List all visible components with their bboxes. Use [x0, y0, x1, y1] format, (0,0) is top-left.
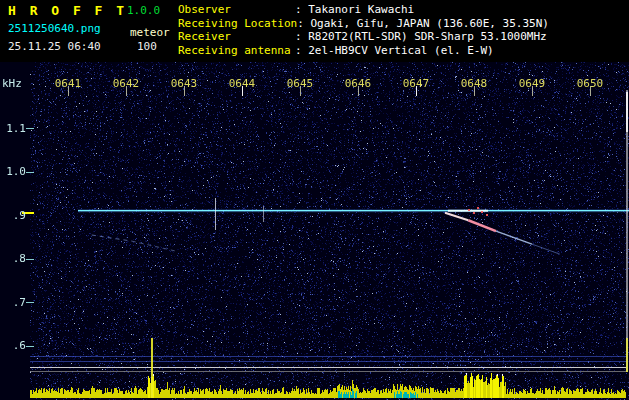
time-label-0650: 0650 [574, 77, 606, 90]
station-value: : 2el-HB9CV Vertical (el. E-W) [295, 44, 494, 58]
station-row-location: Receiving Location : Ogaki, Gifu, JAPAN … [178, 17, 549, 31]
freq-label-0-7: .7 [0, 296, 26, 309]
freq-label-0-9: .9 [0, 209, 26, 222]
station-info: Observer : Takanori Kawachi Receiving Lo… [178, 3, 549, 57]
output-filename: 2511250640.png [8, 22, 101, 35]
spectrogram-canvas [0, 62, 629, 400]
station-label: Receiving Location [178, 17, 297, 31]
station-value: : Ogaki, Gifu, JAPAN (136.60E, 35.35N) [297, 17, 549, 31]
station-label: Receiver [178, 30, 295, 44]
hrofft-window: H R O F F T 1.0.0 2511250640.png meteor … [0, 0, 629, 400]
time-label-0641: 0641 [52, 77, 84, 90]
time-label-0643: 0643 [168, 77, 200, 90]
time-label-0642: 0642 [110, 77, 142, 90]
time-label-0644: 0644 [226, 77, 258, 90]
freq-label-1-1: 1.1 [0, 122, 26, 135]
freq-label-0-6: .6 [0, 339, 26, 352]
station-row-observer: Observer : Takanori Kawachi [178, 3, 549, 17]
freq-axis-unit: kHz [2, 77, 22, 90]
time-label-0646: 0646 [342, 77, 374, 90]
station-label: Observer [178, 3, 295, 17]
app-title: H R O F F T [8, 3, 127, 18]
freq-label-0-8: .8 [0, 252, 26, 265]
time-label-0647: 0647 [400, 77, 432, 90]
station-value: : R820T2(RTL-SDR) SDR-Sharp 53.1000MHz [295, 30, 547, 44]
station-label: Receiving antenna [178, 44, 295, 58]
level-value: 100 [137, 40, 157, 53]
time-label-0648: 0648 [458, 77, 490, 90]
app-version: 1.0.0 [127, 4, 160, 17]
freq-label-1-0: 1.0 [0, 165, 26, 178]
mode-label: meteor [130, 26, 170, 39]
station-value: : Takanori Kawachi [295, 3, 414, 17]
time-label-0649: 0649 [516, 77, 548, 90]
station-row-receiver: Receiver : R820T2(RTL-SDR) SDR-Sharp 53.… [178, 30, 549, 44]
datetime-label: 25.11.25 06:40 [8, 40, 101, 53]
time-label-0645: 0645 [284, 77, 316, 90]
station-row-antenna: Receiving antenna : 2el-HB9CV Vertical (… [178, 44, 549, 58]
